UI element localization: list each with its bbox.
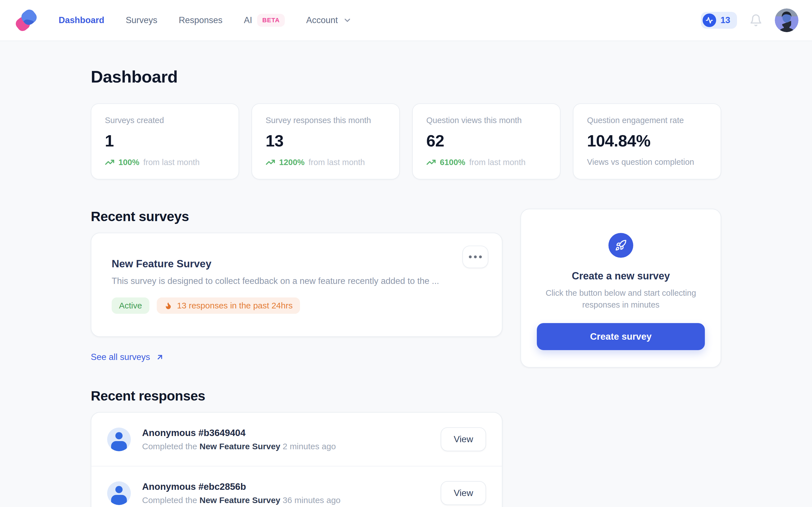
primary-nav: Dashboard Surveys Responses AI BETA Acco…: [59, 14, 352, 27]
stat-value: 1: [105, 131, 225, 150]
stat-label: Question engagement rate: [587, 116, 707, 125]
trending-up-icon: [105, 158, 114, 167]
flame-icon: [164, 301, 172, 310]
see-all-surveys-label: See all surveys: [91, 352, 150, 362]
nav-label: AI: [244, 15, 252, 25]
nav-item-ai[interactable]: AI BETA: [244, 14, 285, 27]
ellipsis-icon: [469, 256, 472, 258]
page-title: Dashboard: [91, 67, 721, 87]
response-row: Anonymous #b3649404 Completed the New Fe…: [91, 413, 502, 466]
app-logo[interactable]: [15, 8, 38, 33]
top-navbar: Dashboard Surveys Responses AI BETA Acco…: [0, 0, 812, 41]
activity-icon: [703, 13, 716, 27]
meta-time: 36 minutes ago: [283, 496, 341, 505]
credits-count: 13: [721, 15, 730, 25]
survey-title: New Feature Survey: [112, 258, 481, 270]
stat-value: 104.84%: [587, 131, 707, 150]
nav-item-responses[interactable]: Responses: [179, 15, 222, 25]
arrow-up-right-icon: [156, 353, 164, 361]
stat-card-question-views: Question views this month 62 6100% from …: [412, 103, 560, 179]
nav-label: Dashboard: [59, 15, 104, 25]
stat-change-value: 100%: [118, 158, 139, 167]
meta-survey-name: New Feature Survey: [199, 442, 280, 451]
create-card-subtitle: Click the button below and start collect…: [537, 287, 705, 311]
more-options-button[interactable]: [462, 245, 488, 268]
recent-responses-heading: Recent responses: [91, 388, 502, 404]
nav-label: Responses: [179, 15, 222, 25]
view-button[interactable]: View: [441, 481, 486, 505]
stat-change-value: 1200%: [279, 158, 305, 167]
stat-change-suffix: from last month: [469, 158, 525, 167]
respondent-name: Anonymous #ebc2856b: [142, 482, 441, 492]
recent-surveys-heading: Recent surveys: [91, 209, 502, 224]
create-survey-card: Create a new survey Click the button bel…: [520, 209, 721, 368]
responses-list: Anonymous #b3649404 Completed the New Fe…: [91, 412, 502, 507]
credits-pill[interactable]: 13: [701, 12, 737, 29]
stat-change-value: 6100%: [440, 158, 465, 167]
respondent-name: Anonymous #b3649404: [142, 428, 441, 438]
meta-survey-name: New Feature Survey: [199, 496, 280, 505]
view-button[interactable]: View: [441, 427, 486, 451]
main-content: Dashboard Surveys created 1 100% from la…: [91, 41, 721, 507]
stat-label: Survey responses this month: [266, 116, 386, 125]
beta-badge: BETA: [257, 14, 285, 27]
stat-value: 62: [426, 131, 546, 150]
create-card-title: Create a new survey: [537, 270, 705, 282]
trending-up-icon: [426, 158, 436, 167]
meta-prefix: Completed the: [142, 496, 197, 505]
meta-time: 2 minutes ago: [283, 442, 336, 451]
stat-value: 13: [266, 131, 386, 150]
notifications-bell-icon[interactable]: [749, 14, 762, 27]
logo-icon: [15, 8, 38, 33]
stat-card-engagement-rate: Question engagement rate 104.84% Views v…: [573, 103, 721, 179]
status-badge: Active: [112, 297, 149, 314]
stat-card-surveys-created: Surveys created 1 100% from last month: [91, 103, 239, 179]
trending-up-icon: [266, 158, 275, 167]
see-all-surveys-link[interactable]: See all surveys: [91, 352, 164, 362]
survey-card[interactable]: New Feature Survey This survey is design…: [91, 233, 502, 337]
stat-label: Surveys created: [105, 116, 225, 125]
stat-label: Question views this month: [426, 116, 546, 125]
person-icon: [107, 428, 131, 451]
create-survey-button[interactable]: Create survey: [537, 323, 705, 350]
rocket-icon: [608, 233, 633, 258]
person-icon: [107, 482, 131, 505]
chevron-down-icon: [343, 16, 352, 25]
responses-24h-label: 13 responses in the past 24hrs: [177, 301, 293, 311]
survey-description: This survey is designed to collect feedb…: [112, 276, 481, 286]
nav-item-dashboard[interactable]: Dashboard: [59, 15, 104, 25]
stat-card-responses-month: Survey responses this month 13 1200% fro…: [252, 103, 400, 179]
nav-item-account[interactable]: Account: [306, 15, 352, 25]
nav-label: Account: [306, 15, 338, 25]
stats-grid: Surveys created 1 100% from last month S…: [91, 103, 721, 179]
nav-item-surveys[interactable]: Surveys: [126, 15, 157, 25]
response-row: Anonymous #ebc2856b Completed the New Fe…: [91, 466, 502, 507]
responses-24h-badge: 13 responses in the past 24hrs: [157, 297, 300, 314]
stat-subtext: Views vs question completion: [587, 158, 707, 167]
stat-change-suffix: from last month: [308, 158, 365, 167]
nav-label: Surveys: [126, 15, 157, 25]
stat-change-suffix: from last month: [143, 158, 200, 167]
user-avatar[interactable]: [775, 8, 799, 32]
meta-prefix: Completed the: [142, 442, 197, 451]
